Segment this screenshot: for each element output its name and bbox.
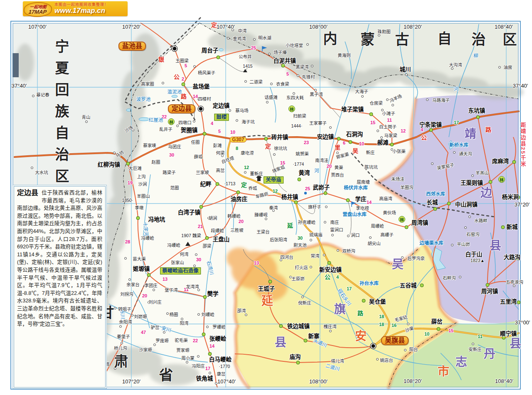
coordinate-label: 107°00′ (28, 24, 47, 29)
province-name: 内 (323, 32, 338, 46)
road-name-char: 公 (325, 274, 330, 280)
village-label: 冯崾崄 (141, 236, 154, 240)
road-name-char: 吴 (352, 148, 358, 154)
village-marker (468, 216, 471, 218)
village-marker (369, 236, 372, 239)
village-label: 龙湾湾 (186, 285, 199, 289)
village-marker (128, 278, 131, 281)
village-marker (193, 65, 196, 68)
village-label: 堡子湾 (165, 288, 178, 292)
village-label: 高庙湾 (379, 196, 392, 201)
forest-icon: 林 (168, 118, 175, 125)
distance-number: 20 (239, 219, 244, 224)
village-marker (186, 361, 188, 363)
town-label: 宁条梁镇 (419, 122, 442, 128)
village-label: 五克浪沟 (506, 280, 523, 285)
town-label: 五里湾 (500, 299, 517, 305)
coordinate-label: 37°00′ (515, 320, 530, 325)
town-marker (203, 132, 207, 136)
17map-logo: 一起地图 17MAP (23, 2, 53, 17)
reservoir-label: 孙台水库 (360, 281, 379, 286)
village-label: 公布井 (239, 54, 252, 59)
village-marker (380, 136, 383, 139)
town-marker (147, 273, 151, 277)
village-label: 沙涧 (138, 182, 147, 186)
distance-number: 15 (370, 120, 375, 125)
banner-url[interactable]: www.17map.cn (54, 7, 128, 15)
town-marker (216, 182, 219, 186)
village-marker (306, 43, 309, 46)
county-name-label: 县 (510, 338, 521, 350)
town-label: 杨井镇 (281, 194, 298, 200)
village-label: 东四大耗 (286, 96, 304, 100)
village-label: 李圪捞 (356, 206, 369, 211)
town-label: 红柳沟镇 (98, 162, 120, 168)
village-label: 路梁子 (163, 170, 176, 175)
village-marker (215, 382, 217, 385)
village-marker (245, 314, 247, 316)
county-name: 定边县 (17, 189, 38, 197)
province-name: 族 (55, 104, 70, 118)
village-label: 何湾 (180, 252, 189, 257)
village-label: 张家山 (171, 260, 184, 265)
reservoir-label: 新桥水库 (449, 143, 468, 148)
distance-number: 4 (211, 121, 213, 126)
distance-number: 10 (424, 332, 429, 336)
village-marker (181, 318, 183, 320)
village-label: 薛坬 (194, 155, 203, 159)
coordinate-label: 108°00′ (309, 24, 328, 29)
distance-number: 19 (128, 181, 133, 185)
village-label: 王家寨子 (309, 121, 327, 125)
town-marker (512, 160, 516, 164)
town-label: 新安边镇 (319, 267, 342, 273)
province-name: 蒙 (361, 32, 375, 47)
town-label: 张崾崄 (209, 336, 227, 342)
county-seat-badge: 盐池县 (118, 42, 146, 51)
province-name: 肃 (114, 354, 129, 368)
village-marker (227, 37, 229, 39)
village-label: 高家圈 (141, 82, 154, 86)
distance-number: 23 (304, 140, 309, 145)
road-name-char: 银 (158, 56, 164, 62)
river-label: 河 (314, 169, 319, 174)
distance-number: 11 (387, 118, 392, 123)
county-seat-marker (371, 343, 376, 349)
map-screenshot: 一起地图 17MAP 本图由一起地图网收集整理！ www.17map.cn 定边… (0, 0, 532, 395)
village-label: 石畔沟 (443, 276, 456, 280)
road-name-char: 定 (241, 182, 247, 188)
village-marker (293, 92, 295, 95)
province-name: 治 (472, 32, 486, 47)
village-marker (513, 285, 515, 287)
village-label: 贾西台 (331, 173, 344, 177)
village-label: 刘峁塬 (134, 314, 147, 319)
village-label: 海子坑 (241, 120, 255, 124)
town-marker (296, 361, 300, 365)
village-label: 大海子 (355, 89, 368, 94)
village-label: 转咀子 (118, 307, 131, 312)
town-label: 学庄 (355, 196, 367, 202)
village-label: 姚贺渠 (296, 152, 309, 156)
distance-number: 11 (478, 334, 483, 339)
village-label: 四楼村 (198, 97, 211, 101)
town-label: 樊学 (207, 291, 219, 297)
province-name: 区 (503, 32, 517, 47)
village-marker (197, 313, 200, 316)
town-label: 石洞沟 (346, 132, 363, 137)
town-marker (517, 301, 521, 304)
village-label: 邵湾 (237, 309, 246, 313)
town-marker (447, 202, 451, 206)
elevation-label: ·1770 (219, 364, 230, 369)
elevation-label: 1415 (243, 64, 252, 69)
county-seat-marker (172, 46, 177, 52)
town-marker (337, 137, 341, 141)
village-label: 姜堡子 (117, 334, 130, 339)
town-marker (279, 324, 283, 328)
village-marker (378, 34, 380, 37)
village-label: 徐坑坑 (274, 146, 287, 151)
town-label: 冯地坑 (148, 217, 165, 223)
village-marker (471, 174, 474, 177)
village-label: 羊羔山 (475, 171, 489, 175)
village-marker (405, 74, 408, 76)
village-label: 明水湖 (258, 36, 271, 40)
village-label: 塔儿湾 (331, 359, 344, 363)
